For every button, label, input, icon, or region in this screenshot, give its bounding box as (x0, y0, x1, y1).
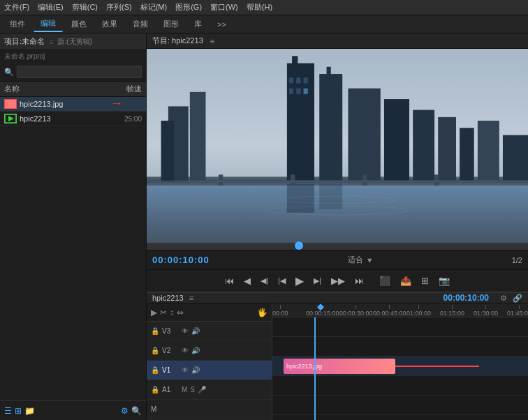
svg-rect-13 (304, 77, 308, 83)
svg-marker-1 (8, 116, 14, 121)
track-audio-v1[interactable]: 🔊 (191, 366, 200, 374)
transport-safe-zones[interactable]: ⊞ (418, 274, 432, 287)
tool-select[interactable]: ▶ (151, 308, 157, 317)
tab-audio[interactable]: 音频 (126, 17, 155, 31)
track-lanes: hpic2213.jpg (272, 317, 528, 420)
transport-ff[interactable]: ▶▶ (328, 274, 348, 287)
transport-step-forward[interactable]: ⏭ (352, 274, 367, 287)
track-mic-a1[interactable]: 🎤 (198, 386, 206, 393)
track-lane-v1[interactable]: hpic2213.jpg (272, 357, 528, 376)
transport-prev-edit[interactable]: |◀ (275, 275, 288, 287)
menu-item-graphics[interactable]: 图形(G) (175, 2, 202, 13)
tab-edit[interactable]: 编辑 (34, 16, 63, 32)
file-icon-image (4, 99, 17, 109)
track-audio-v3[interactable]: 🔊 (191, 327, 200, 335)
tab-components[interactable]: 组件 (3, 17, 32, 31)
tab-color[interactable]: 颜色 (64, 17, 94, 31)
timeline-menu-icon[interactable]: ≡ (189, 294, 193, 302)
timeline-settings-icon[interactable]: ⚙ (500, 294, 507, 303)
fit-label: 适合 (348, 255, 363, 265)
tool-ripple[interactable]: ↕ (170, 308, 174, 317)
file-list-header: 名称 帧速 (0, 82, 146, 97)
timeline-magnet-icon[interactable]: 🔗 (513, 294, 522, 303)
menu-item-help[interactable]: 帮助(H) (247, 2, 272, 13)
track-toggle-v1[interactable]: 🔒 (151, 366, 159, 374)
track-lane-a1[interactable] (272, 376, 528, 396)
lb-icon-settings[interactable]: ⚙ (121, 406, 129, 416)
menu-item-window[interactable]: 窗口(W) (210, 2, 238, 13)
svg-rect-11 (289, 77, 293, 83)
lb-icon-search2[interactable]: 🔍 (131, 406, 142, 416)
tab-graphics[interactable]: 图形 (156, 17, 186, 31)
track-row-v3: 🔒 V3 👁 🔊 (147, 322, 272, 341)
fit-dropdown[interactable]: 适合 ▼ (348, 255, 374, 265)
track-eye-a1[interactable]: M (182, 386, 187, 393)
file-item-jpg[interactable]: hpic2213.jpg (0, 97, 146, 112)
lb-icon-folder[interactable]: 📁 (24, 406, 35, 416)
preview-title-bar: 节目: hpic2213 ≡ (147, 33, 528, 49)
lb-icon-list[interactable]: ☰ (4, 406, 12, 416)
track-eye-v2[interactable]: 👁 (182, 347, 189, 354)
ruler-tick-5: 01:15:00 (440, 303, 464, 317)
menu-item-clip[interactable]: 剪辑(C) (72, 2, 98, 13)
timeline-body: ▶ ✂ ↕ ⇔ 🖐 🔒 V3 👁 🔊 (147, 303, 528, 420)
transport-camera[interactable]: 📷 (436, 274, 453, 287)
left-panel-empty (0, 126, 146, 400)
track-eye-v3[interactable]: 👁 (182, 327, 189, 335)
svg-rect-23 (460, 128, 474, 180)
track-eye-v1[interactable]: 👁 (182, 366, 189, 374)
tool-razor[interactable]: ✂ (160, 308, 167, 317)
track-lane-s[interactable] (272, 415, 528, 420)
lb-icon-grid[interactable]: ⊞ (15, 406, 22, 416)
timeline-tracks-area[interactable]: 00:00 00:00:15:00 00:00:30:00 00:00 (272, 303, 528, 420)
track-controls: ▶ ✂ ↕ ⇔ 🖐 🔒 V3 👁 🔊 (147, 303, 272, 420)
svg-rect-31 (434, 174, 439, 185)
transport-frame-back[interactable]: ◀| (258, 275, 271, 287)
transport-step-back[interactable]: ⏮ (222, 274, 237, 287)
transport-stop[interactable]: ⬛ (376, 274, 393, 287)
tab-library[interactable]: 库 (187, 17, 209, 31)
scrubber-thumb[interactable] (295, 241, 303, 250)
menu-item-file[interactable]: 文件(F) (4, 2, 29, 13)
track-row-v1: 🔒 V1 👁 🔊 (147, 361, 272, 380)
preview-title: 节目: hpic2213 (152, 36, 203, 46)
ruler-tick-0: 00:00 (272, 303, 288, 317)
search-bar: 🔍 (0, 63, 146, 82)
preview-scrubber[interactable] (147, 243, 528, 250)
tab-effects[interactable]: 效果 (95, 17, 124, 31)
track-toggle-v2[interactable]: 🔒 (151, 347, 159, 354)
transport-play[interactable]: ▶ (293, 273, 307, 289)
tab-more[interactable]: >> (210, 18, 233, 31)
track-lane-m[interactable] (272, 396, 528, 415)
track-audio-v2[interactable]: 🔊 (191, 347, 200, 354)
track-lane-v3[interactable] (272, 317, 528, 337)
track-toggle-v3[interactable]: 🔒 (151, 327, 159, 335)
svg-rect-15 (296, 89, 300, 94)
preview-area (147, 49, 528, 243)
track-audio-a1[interactable]: S (190, 386, 195, 393)
track-label-v1: V1 (162, 366, 179, 374)
playhead-line (314, 317, 316, 420)
tool-slip[interactable]: ⇔ (177, 308, 184, 317)
transport-rewind[interactable]: ◀ (241, 274, 254, 287)
clip-red-line (395, 366, 479, 367)
search-input[interactable] (17, 66, 142, 78)
tool-hand[interactable]: 🖐 (257, 308, 267, 317)
clip-block-v1[interactable]: hpic2213.jpg (284, 359, 395, 374)
track-label-a1: A1 (162, 386, 179, 393)
transport-next-edit[interactable]: ▶| (311, 275, 324, 287)
fit-chevron-icon: ▼ (366, 256, 374, 264)
menu-item-sequence[interactable]: 序列(S) (106, 2, 132, 13)
ruler-tick-4: 01:00:00 (406, 303, 431, 317)
transport-export[interactable]: 📤 (397, 274, 414, 287)
preview-menu-icon[interactable]: ≡ (210, 37, 214, 45)
file-icon-video (4, 114, 17, 123)
file-item-video[interactable]: hpic2213 25:00 (0, 112, 146, 126)
track-label-v2: V2 (162, 347, 179, 354)
track-row-m: M (147, 400, 272, 419)
track-toggle-a1[interactable]: 🔒 (151, 386, 159, 393)
menu-item-edit[interactable]: 编辑(E) (38, 2, 64, 13)
menu-item-marker[interactable]: 标记(M) (140, 2, 168, 13)
track-lane-v2[interactable] (272, 337, 528, 357)
svg-rect-8 (190, 92, 206, 182)
